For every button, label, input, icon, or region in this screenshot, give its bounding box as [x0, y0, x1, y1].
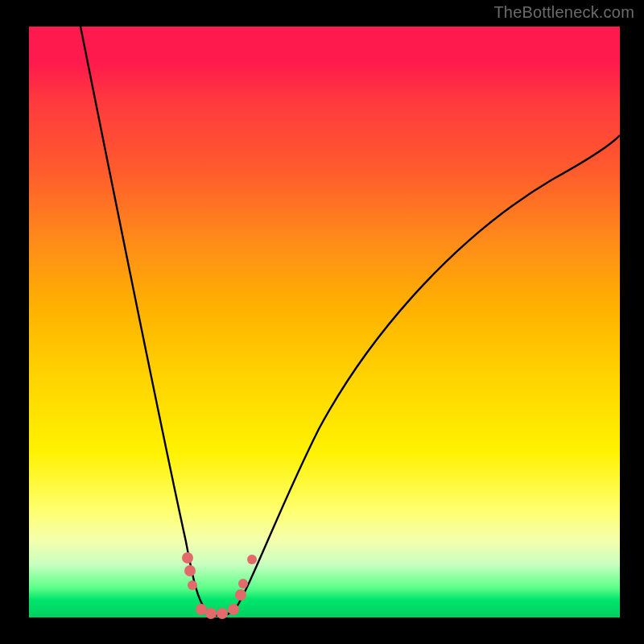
- watermark-text: TheBottleneck.com: [493, 3, 634, 22]
- marker-dot: [238, 579, 248, 588]
- curve-layer: [29, 27, 620, 617]
- chart-frame: TheBottleneck.com: [0, 0, 644, 644]
- marker-dot: [182, 552, 193, 564]
- marker-dot: [205, 608, 217, 619]
- marker-dot: [196, 604, 207, 615]
- marker-dot: [184, 565, 196, 576]
- marker-dot: [235, 589, 246, 601]
- marker-dot: [188, 580, 197, 590]
- marker-dot: [228, 604, 239, 615]
- bottleneck-curve: [80, 27, 620, 616]
- marker-dot: [247, 555, 257, 564]
- marker-dot: [217, 608, 228, 619]
- plot-area: [29, 27, 620, 617]
- marker-group: [182, 552, 257, 619]
